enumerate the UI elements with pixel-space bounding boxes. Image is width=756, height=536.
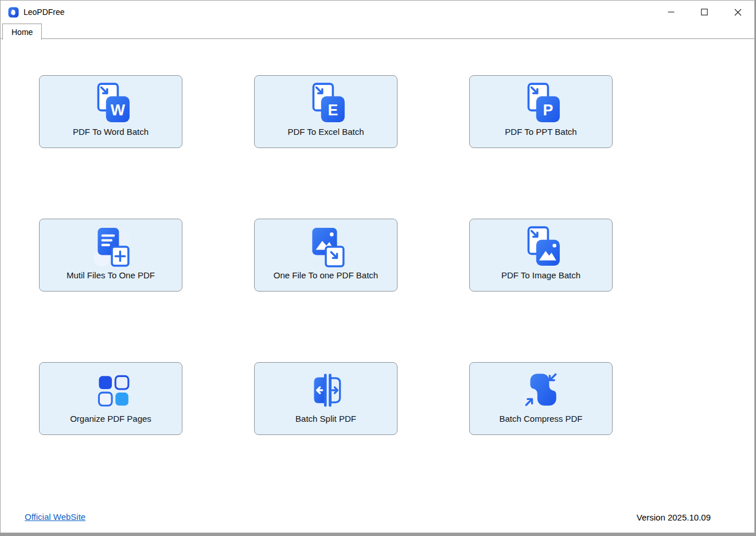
organize-pdf-pages-icon — [89, 369, 132, 411]
card-label: PDF To Image Batch — [501, 270, 580, 280]
title-bar: LeoPDFree — [1, 1, 754, 24]
pdf-to-ppt-batch-icon: P — [520, 82, 562, 125]
maximize-button[interactable] — [688, 1, 721, 24]
tab-home[interactable]: Home — [2, 24, 42, 40]
card-label: PDF To Word Batch — [73, 127, 149, 137]
close-icon — [734, 9, 742, 16]
card-label: PDF To PPT Batch — [505, 127, 576, 137]
window-title: LeoPDFree — [24, 7, 65, 17]
card-pdf-to-ppt-batch[interactable]: P PDF To PPT Batch — [469, 75, 613, 148]
card-label: Mutil Files To One PDF — [67, 270, 155, 280]
window-controls — [654, 1, 754, 24]
svg-text:W: W — [111, 102, 126, 119]
app-window: LeoPDFree Home — [0, 0, 755, 533]
card-multi-files-to-one-pdf[interactable]: Mutil Files To One PDF — [39, 219, 182, 292]
close-button[interactable] — [721, 1, 754, 24]
svg-text:P: P — [543, 102, 553, 119]
card-batch-split-pdf[interactable]: Batch Split PDF — [254, 362, 398, 435]
pdf-to-excel-batch-icon: E — [305, 82, 347, 125]
leopdfree-logo-icon — [8, 7, 19, 18]
svg-text:E: E — [328, 102, 338, 119]
version-label: Version 2025.10.09 — [637, 512, 711, 522]
card-pdf-to-word-batch[interactable]: W PDF To Word Batch — [39, 75, 182, 148]
tab-home-label: Home — [11, 28, 33, 37]
card-pdf-to-excel-batch[interactable]: E PDF To Excel Batch — [254, 75, 398, 148]
card-label: PDF To Excel Batch — [287, 127, 364, 137]
card-label: Batch Split PDF — [295, 414, 356, 424]
card-batch-compress-pdf[interactable]: Batch Compress PDF — [469, 362, 613, 435]
card-one-file-to-one-pdf-batch[interactable]: One File To one PDF Batch — [254, 219, 398, 292]
batch-split-pdf-icon — [305, 369, 347, 411]
minimize-icon — [668, 9, 675, 15]
official-website-link[interactable]: Official WebSite — [25, 512, 85, 522]
card-organize-pdf-pages[interactable]: Organize PDF Pages — [39, 362, 182, 435]
card-label: Organize PDF Pages — [70, 414, 151, 424]
batch-compress-pdf-icon — [520, 369, 562, 411]
minimize-button[interactable] — [654, 1, 688, 24]
multi-files-to-one-pdf-icon — [89, 226, 132, 268]
one-file-to-one-pdf-batch-icon — [305, 226, 347, 268]
maximize-icon — [701, 9, 708, 15]
pdf-to-image-batch-icon — [520, 226, 562, 268]
card-pdf-to-image-batch[interactable]: PDF To Image Batch — [469, 219, 613, 292]
card-label: Batch Compress PDF — [499, 414, 582, 424]
card-label: One File To one PDF Batch — [274, 270, 378, 280]
tab-bar: Home — [1, 24, 754, 39]
pdf-to-word-batch-icon: W — [89, 82, 132, 125]
